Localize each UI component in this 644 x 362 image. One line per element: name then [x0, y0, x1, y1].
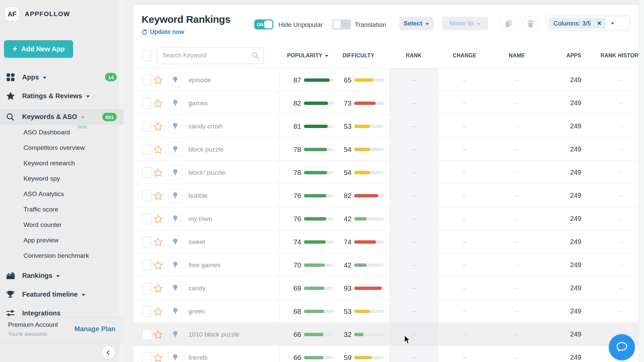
hide-unpopular-label: Hide Unpopular [278, 21, 323, 28]
favorite-star-icon[interactable] [154, 261, 168, 269]
favorite-star-icon[interactable] [154, 99, 168, 108]
table-row[interactable]: green 68 53 – – – 249 – [133, 300, 639, 323]
sidebar-item-keyword-spy[interactable]: Keyword spy [0, 171, 123, 186]
select-all-checkbox[interactable] [142, 50, 152, 61]
column-header-difficulty[interactable]: DIFFICULTY [336, 53, 389, 59]
column-header-apps[interactable]: APPS [543, 53, 585, 59]
favorite-star-icon[interactable] [154, 191, 168, 200]
suggestion-bulb-icon[interactable] [168, 166, 182, 180]
chevron-down-icon [426, 23, 429, 25]
table-row[interactable]: games 82 73 – – – 249 – [133, 92, 639, 115]
favorite-star-icon[interactable] [154, 215, 168, 223]
suggestion-bulb-icon[interactable] [168, 212, 182, 226]
delete-button[interactable] [523, 16, 539, 31]
sidebar-item-keywords-aso[interactable]: Keywords & ASO 651 [0, 109, 123, 125]
favorite-star-icon[interactable] [154, 122, 168, 131]
sidebar-item-conversion-benchmark[interactable]: Conversion benchmark [0, 248, 123, 263]
table-row[interactable]: block! puzzle 78 54 – – – 249 – [133, 161, 639, 184]
search-input[interactable] [157, 47, 264, 64]
suggestion-bulb-icon[interactable] [168, 258, 182, 272]
sidebar-item-keyword-research[interactable]: Keyword research [0, 156, 123, 171]
sidebar-item-aso-dashboard[interactable]: ASO Dashboard beta [0, 125, 123, 140]
row-checkbox[interactable] [142, 237, 152, 247]
favorite-star-icon[interactable] [154, 330, 168, 339]
sidebar-item-featured-timeline[interactable]: Featured timeline [0, 285, 123, 304]
row-checkbox[interactable] [142, 352, 152, 362]
sidebar-item-aso-analytics[interactable]: ASO Analytics [0, 186, 123, 202]
chevron-down-icon[interactable] [611, 22, 614, 24]
sidebar-item-word-counter[interactable]: Word counter [0, 217, 123, 233]
table-row[interactable]: free games 70 42 – – – 249 – [133, 253, 639, 277]
favorite-star-icon[interactable] [154, 76, 168, 84]
suggestion-bulb-icon[interactable] [168, 327, 182, 342]
favorite-star-icon[interactable] [154, 168, 168, 177]
suggestion-bulb-icon[interactable] [168, 304, 182, 318]
row-checkbox[interactable] [142, 329, 152, 340]
suggestion-bulb-icon[interactable] [168, 73, 182, 87]
suggestion-bulb-icon[interactable] [168, 96, 182, 110]
change-value: – [463, 192, 466, 199]
table-row[interactable]: friends 66 59 – – – 249 – [133, 346, 639, 362]
table-row[interactable]: block puzzle 78 54 – – – 249 – [133, 138, 639, 161]
copy-button[interactable] [500, 16, 517, 31]
page-scrollbar[interactable] [639, 0, 644, 362]
update-now-link[interactable]: Update now [142, 28, 184, 36]
name-value: – [515, 146, 519, 153]
select-dropdown-button[interactable]: Select [399, 17, 433, 30]
chat-widget-button[interactable] [609, 334, 635, 360]
favorite-star-icon[interactable] [154, 353, 168, 362]
move-to-dropdown-button[interactable]: Move to [442, 17, 488, 30]
suggestion-bulb-icon[interactable] [168, 119, 182, 133]
table-row[interactable]: my town 76 42 – – – 249 – [133, 207, 639, 230]
sidebar-item-competitors-overview[interactable]: Competitors overview [0, 140, 123, 156]
change-value: – [463, 215, 466, 222]
popularity-value: 78 [293, 145, 301, 154]
row-checkbox[interactable] [142, 144, 152, 155]
hide-unpopular-toggle[interactable]: ON [254, 19, 273, 29]
popularity-value: 66 [293, 354, 301, 362]
translation-toggle[interactable]: OFF [332, 19, 351, 29]
sidebar-collapse-button[interactable] [102, 346, 115, 359]
sidebar-item-rankings[interactable]: Rankings [0, 266, 123, 285]
row-checkbox[interactable] [142, 121, 152, 132]
row-checkbox[interactable] [142, 75, 152, 85]
table-row[interactable]: candy 69 93 – – – 249 – [133, 277, 639, 300]
name-value: – [515, 123, 519, 129]
table-row[interactable]: candy crush 81 53 – – – 249 – [133, 115, 639, 138]
suggestion-bulb-icon[interactable] [168, 189, 182, 203]
keyword-search [157, 47, 264, 64]
column-header-rank-history[interactable]: RANK HISTORY [585, 53, 644, 59]
sidebar-item-app-preview[interactable]: App preview [0, 233, 123, 248]
favorite-star-icon[interactable] [154, 238, 168, 246]
row-checkbox[interactable] [142, 283, 152, 294]
suggestion-bulb-icon[interactable] [168, 281, 182, 295]
suggestion-bulb-icon[interactable] [168, 142, 182, 157]
sidebar-item-ratings-reviews[interactable]: Ratings & Reviews [0, 86, 123, 105]
row-checkbox[interactable] [142, 190, 152, 201]
search-icon [252, 52, 259, 61]
close-icon[interactable]: ✕ [597, 20, 601, 26]
suggestion-bulb-icon[interactable] [168, 235, 182, 249]
row-checkbox[interactable] [142, 306, 152, 317]
sidebar-item-apps[interactable]: Apps 14 [0, 68, 123, 86]
row-checkbox[interactable] [142, 260, 152, 270]
sidebar-item-traffic-score[interactable]: Traffic score [0, 202, 123, 217]
column-header-popularity[interactable]: POPULARITY [279, 53, 336, 59]
row-checkbox[interactable] [142, 214, 152, 224]
columns-selector[interactable]: Columns: 3/5 ✕ [547, 16, 630, 31]
row-checkbox[interactable] [142, 98, 152, 109]
suggestion-bulb-icon[interactable] [168, 351, 182, 362]
column-header-change[interactable]: CHANGE [438, 53, 491, 59]
add-new-app-button[interactable]: + Add New App [4, 40, 73, 58]
favorite-star-icon[interactable] [154, 145, 168, 154]
row-checkbox[interactable] [142, 167, 152, 178]
column-header-name[interactable]: NAME [491, 53, 543, 59]
table-row[interactable]: bubble 76 82 – – – 249 – [133, 184, 639, 207]
table-row[interactable]: 1010 block puzzle 66 32 – – – 249 – [133, 323, 639, 346]
manage-plan-link[interactable]: Manage Plan [74, 325, 115, 333]
favorite-star-icon[interactable] [154, 284, 168, 293]
table-row[interactable]: sweet 74 74 – – – 249 – [133, 230, 639, 253]
favorite-star-icon[interactable] [154, 307, 168, 316]
column-header-rank[interactable]: RANK [389, 53, 438, 59]
table-row[interactable]: episode 87 65 – – – 249 – [133, 68, 639, 92]
